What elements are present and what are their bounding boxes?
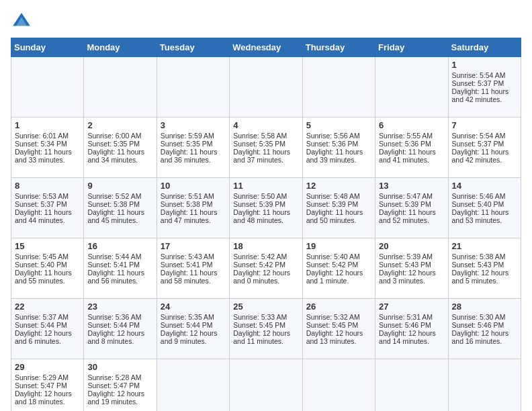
day-number: 2 (87, 120, 152, 130)
calendar-cell: 28Sunrise: 5:30 AMSunset: 5:46 PMDayligh… (448, 299, 521, 359)
week-row-6: 29Sunrise: 5:29 AMSunset: 5:47 PMDayligh… (11, 359, 521, 412)
sunrise-text: Sunrise: 5:58 AM (233, 132, 298, 140)
sunset-text: Sunset: 5:37 PM (452, 140, 517, 148)
sunrise-text: Sunrise: 6:01 AM (15, 132, 80, 140)
calendar-cell: 21Sunrise: 5:38 AMSunset: 5:43 PMDayligh… (448, 238, 521, 299)
sunset-text: Sunset: 5:34 PM (15, 140, 80, 148)
calendar-cell: 22Sunrise: 5:37 AMSunset: 5:44 PMDayligh… (11, 299, 84, 359)
calendar-cell (84, 57, 157, 118)
sunset-text: Sunset: 5:36 PM (306, 140, 371, 148)
sunrise-text: Sunrise: 5:51 AM (161, 192, 226, 200)
calendar-cell: 5Sunrise: 5:56 AMSunset: 5:36 PMDaylight… (302, 118, 375, 178)
page-header (11, 11, 521, 32)
calendar-cell (157, 57, 229, 118)
calendar-cell: 15Sunrise: 5:45 AMSunset: 5:40 PMDayligh… (11, 238, 84, 299)
daylight-text: Daylight: 11 hours and 34 minutes. (87, 148, 152, 164)
day-number: 12 (306, 181, 371, 191)
week-row-3: 8Sunrise: 5:53 AMSunset: 5:37 PMDaylight… (11, 178, 521, 238)
calendar-cell: 30Sunrise: 5:28 AMSunset: 5:47 PMDayligh… (84, 359, 157, 412)
logo (11, 11, 35, 32)
daylight-text: Daylight: 11 hours and 37 minutes. (233, 148, 298, 164)
calendar-cell: 16Sunrise: 5:44 AMSunset: 5:41 PMDayligh… (84, 238, 157, 299)
week-row-1: 1Sunrise: 5:54 AMSunset: 5:37 PMDaylight… (11, 57, 521, 118)
sunset-text: Sunset: 5:35 PM (87, 140, 152, 148)
daylight-text: Daylight: 11 hours and 48 minutes. (233, 208, 298, 224)
sunrise-text: Sunrise: 5:37 AM (15, 313, 80, 321)
sunrise-text: Sunrise: 5:53 AM (15, 192, 80, 200)
sunset-text: Sunset: 5:39 PM (306, 200, 371, 208)
sunrise-text: Sunrise: 6:00 AM (87, 132, 152, 140)
calendar-table: SundayMondayTuesdayWednesdayThursdayFrid… (11, 38, 521, 411)
day-number: 29 (15, 362, 80, 372)
calendar-cell (157, 359, 229, 412)
sunset-text: Sunset: 5:39 PM (233, 200, 298, 208)
calendar-cell (230, 57, 302, 118)
daylight-text: Daylight: 12 hours and 14 minutes. (379, 329, 444, 345)
day-number: 15 (15, 241, 80, 251)
daylight-text: Daylight: 12 hours and 16 minutes. (452, 329, 517, 345)
sunset-text: Sunset: 5:35 PM (233, 140, 298, 148)
sunset-text: Sunset: 5:36 PM (379, 140, 444, 148)
sunrise-text: Sunrise: 5:46 AM (452, 192, 517, 200)
calendar-cell (302, 57, 375, 118)
calendar-cell (375, 359, 448, 412)
sunrise-text: Sunrise: 5:32 AM (306, 313, 371, 321)
day-number: 7 (452, 120, 517, 130)
day-number: 9 (87, 181, 152, 191)
calendar-cell (230, 359, 302, 412)
sunrise-text: Sunrise: 5:33 AM (233, 313, 298, 321)
sunset-text: Sunset: 5:35 PM (161, 140, 226, 148)
day-number: 23 (87, 302, 152, 312)
sunrise-text: Sunrise: 5:39 AM (379, 253, 444, 261)
calendar-cell: 7Sunrise: 5:54 AMSunset: 5:37 PMDaylight… (448, 118, 521, 178)
calendar-cell: 24Sunrise: 5:35 AMSunset: 5:44 PMDayligh… (157, 299, 229, 359)
daylight-text: Daylight: 11 hours and 39 minutes. (306, 148, 371, 164)
sunrise-text: Sunrise: 5:48 AM (306, 192, 371, 200)
daylight-text: Daylight: 12 hours and 13 minutes. (306, 329, 371, 345)
daylight-text: Daylight: 11 hours and 47 minutes. (161, 208, 226, 224)
day-number: 6 (379, 120, 444, 130)
sunrise-text: Sunrise: 5:52 AM (87, 192, 152, 200)
sunrise-text: Sunrise: 5:54 AM (452, 132, 517, 140)
day-number: 4 (233, 120, 298, 130)
day-header-friday: Friday (375, 38, 448, 57)
daylight-text: Daylight: 11 hours and 52 minutes. (379, 208, 444, 224)
day-number: 11 (233, 181, 298, 191)
sunrise-text: Sunrise: 5:38 AM (452, 253, 517, 261)
day-number: 22 (15, 302, 80, 312)
calendar-cell (375, 57, 448, 118)
sunset-text: Sunset: 5:42 PM (306, 261, 371, 269)
sunrise-text: Sunrise: 5:29 AM (15, 373, 80, 381)
sunset-text: Sunset: 5:39 PM (379, 200, 444, 208)
daylight-text: Daylight: 12 hours and 3 minutes. (379, 269, 444, 285)
sunset-text: Sunset: 5:47 PM (87, 381, 152, 390)
calendar-cell: 2Sunrise: 6:00 AMSunset: 5:35 PMDaylight… (84, 118, 157, 178)
day-number: 20 (379, 241, 444, 251)
daylight-text: Daylight: 11 hours and 58 minutes. (161, 269, 226, 285)
sunset-text: Sunset: 5:37 PM (452, 79, 517, 87)
sunset-text: Sunset: 5:40 PM (15, 261, 80, 269)
day-number: 21 (452, 241, 517, 251)
sunrise-text: Sunrise: 5:36 AM (87, 313, 152, 321)
daylight-text: Daylight: 11 hours and 50 minutes. (306, 208, 371, 224)
day-header-wednesday: Wednesday (230, 38, 302, 57)
daylight-text: Daylight: 12 hours and 11 minutes. (233, 329, 298, 345)
day-number: 19 (306, 241, 371, 251)
calendar-cell: 11Sunrise: 5:50 AMSunset: 5:39 PMDayligh… (230, 178, 302, 238)
day-number: 1 (452, 60, 517, 70)
daylight-text: Daylight: 12 hours and 8 minutes. (87, 329, 152, 345)
daylight-text: Daylight: 11 hours and 33 minutes. (15, 148, 80, 164)
sunset-text: Sunset: 5:43 PM (379, 261, 444, 269)
day-number: 24 (161, 302, 226, 312)
day-number: 14 (452, 181, 517, 191)
calendar-cell (448, 359, 521, 412)
daylight-text: Daylight: 12 hours and 9 minutes. (161, 329, 226, 345)
day-number: 5 (306, 120, 371, 130)
day-number: 16 (87, 241, 152, 251)
sunset-text: Sunset: 5:41 PM (161, 261, 226, 269)
day-number: 30 (87, 362, 152, 372)
sunset-text: Sunset: 5:46 PM (452, 321, 517, 329)
sunrise-text: Sunrise: 5:44 AM (87, 253, 152, 261)
sunset-text: Sunset: 5:41 PM (87, 261, 152, 269)
sunset-text: Sunset: 5:38 PM (87, 200, 152, 208)
